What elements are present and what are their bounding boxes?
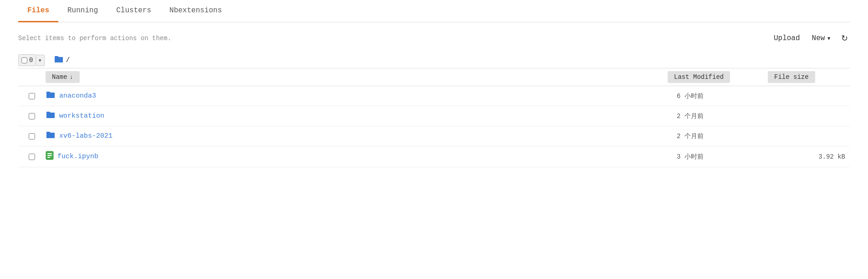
header-spacer: [18, 71, 46, 83]
select-all-checkbox[interactable]: [21, 57, 27, 63]
new-button-label: New: [812, 34, 825, 42]
file-select-checkbox[interactable]: [29, 154, 35, 160]
file-name-cell: workstation: [46, 111, 668, 121]
selected-count: 0: [29, 57, 33, 64]
folder-icon: [46, 111, 56, 121]
column-headers: Name ↓ Last Modified File size: [18, 68, 850, 86]
notebook-icon: [46, 151, 54, 162]
new-dropdown-arrow: ▾: [827, 34, 831, 43]
main-tabs: Files Running Clusters Nbextensions: [18, 0, 850, 22]
tab-clusters[interactable]: Clusters: [107, 0, 160, 22]
file-modified-cell: 2 个月前: [668, 112, 768, 120]
select-dropdown-button[interactable]: ▾: [36, 55, 45, 66]
column-size-label: File size: [774, 73, 809, 81]
file-list: anaconda36 小时前 workstation2 个月前 xv6-labs…: [18, 86, 850, 167]
folder-icon-breadcrumb: [54, 55, 64, 66]
file-name-link[interactable]: workstation: [59, 112, 104, 120]
select-info-text: Select items to perform actions on them.: [18, 35, 171, 42]
sort-by-size-button[interactable]: File size: [768, 71, 815, 83]
file-name-link[interactable]: fuck.ipynb: [57, 153, 98, 160]
toolbar-actions: Upload New ▾ ↻: [770, 31, 850, 45]
breadcrumb-checkbox-area: 0 ▾: [18, 54, 45, 66]
table-row: workstation2 个月前: [18, 106, 850, 126]
tab-files[interactable]: Files: [18, 0, 58, 22]
breadcrumb-path: /: [54, 55, 70, 66]
file-modified-cell: 6 小时前: [668, 92, 768, 100]
file-name-cell: xv6-labs-2021: [46, 131, 668, 141]
file-row-checkbox-cell: [18, 113, 46, 119]
toolbar: Select items to perform actions on them.…: [18, 31, 850, 45]
file-select-checkbox[interactable]: [29, 133, 35, 140]
file-select-checkbox[interactable]: [29, 93, 35, 99]
folder-icon: [46, 131, 56, 141]
table-row: fuck.ipynb3 小时前3.92 kB: [18, 146, 850, 167]
header-name-col: Name ↓: [46, 71, 668, 83]
file-select-checkbox[interactable]: [29, 113, 35, 119]
file-name-link[interactable]: anaconda3: [59, 92, 96, 100]
header-size-col: File size: [768, 71, 850, 83]
breadcrumb-row: 0 ▾ /: [18, 54, 850, 66]
file-row-checkbox-cell: [18, 154, 46, 160]
header-modified-col: Last Modified: [668, 71, 768, 83]
file-row-checkbox-cell: [18, 133, 46, 140]
file-modified-cell: 3 小时前: [668, 153, 768, 161]
refresh-button[interactable]: ↻: [839, 31, 850, 45]
upload-button[interactable]: Upload: [770, 32, 804, 44]
sort-by-modified-button[interactable]: Last Modified: [668, 71, 730, 83]
file-name-link[interactable]: xv6-labs-2021: [59, 132, 112, 140]
column-name-label: Name: [52, 73, 67, 81]
current-path: /: [66, 57, 70, 64]
svg-rect-3: [47, 157, 50, 158]
sort-by-name-button[interactable]: Name ↓: [46, 71, 80, 83]
file-name-cell: fuck.ipynb: [46, 151, 668, 162]
table-row: xv6-labs-20212 个月前: [18, 126, 850, 146]
column-modified-label: Last Modified: [674, 73, 724, 81]
folder-icon: [46, 91, 56, 101]
tab-nbextensions[interactable]: Nbextensions: [160, 0, 231, 22]
table-row: anaconda36 小时前: [18, 86, 850, 106]
file-size-cell: 3.92 kB: [768, 153, 850, 160]
svg-rect-2: [47, 155, 52, 156]
tab-running[interactable]: Running: [58, 0, 107, 22]
file-row-checkbox-cell: [18, 93, 46, 99]
sort-arrow-icon: ↓: [70, 73, 73, 81]
new-button[interactable]: New ▾: [810, 32, 833, 45]
file-name-cell: anaconda3: [46, 91, 668, 101]
file-modified-cell: 2 个月前: [668, 132, 768, 140]
file-browser: 0 ▾ / Name ↓: [18, 54, 850, 167]
select-all-button[interactable]: 0: [18, 54, 36, 66]
svg-rect-1: [47, 153, 52, 154]
